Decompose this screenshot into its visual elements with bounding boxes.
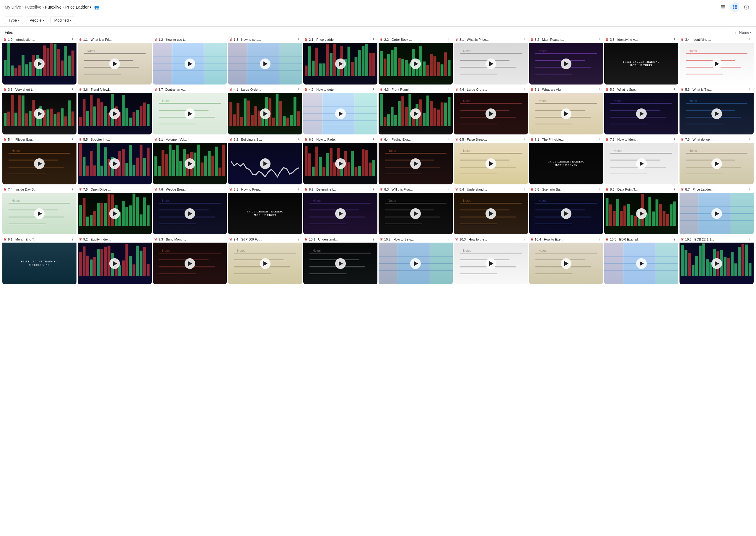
play-button[interactable] (636, 109, 647, 119)
more-options-button[interactable]: ⋮ (672, 87, 677, 92)
play-button[interactable] (410, 109, 421, 119)
more-options-button[interactable]: ⋮ (747, 87, 752, 92)
file-item[interactable]: ♛ 7.3 - What do we ... ⋮ Notes (679, 136, 754, 184)
file-item[interactable]: ♛ 10.5 - EDR Exampl... ⋮ (604, 236, 678, 284)
play-button[interactable] (260, 109, 270, 119)
file-item[interactable]: ♛ 1.1 - What is a Pri... ⋮ Notes (78, 36, 152, 84)
play-button[interactable] (711, 258, 722, 269)
dropdown-icon[interactable]: ▾ (90, 5, 91, 9)
play-button[interactable] (410, 158, 421, 169)
more-options-button[interactable]: ⋮ (70, 187, 75, 192)
more-options-button[interactable]: ⋮ (597, 187, 602, 192)
file-item[interactable]: ♛ 5.3 - What is 'flip... ⋮ Notes (679, 86, 754, 134)
more-options-button[interactable]: ⋮ (597, 37, 602, 42)
more-options-button[interactable]: ⋮ (672, 137, 677, 142)
more-options-button[interactable]: ⋮ (521, 137, 527, 142)
play-button[interactable] (109, 258, 120, 269)
file-item[interactable]: ♛ 8.7 - Price Ladder... ⋮ (679, 185, 754, 234)
more-options-button[interactable]: ⋮ (296, 237, 301, 242)
play-button[interactable] (561, 208, 571, 219)
play-button[interactable] (109, 158, 120, 169)
file-item[interactable]: ♛ 4.1 - Large Order... ⋮ (228, 86, 302, 134)
more-options-button[interactable]: ⋮ (371, 37, 376, 42)
play-button[interactable] (185, 109, 195, 119)
more-options-button[interactable]: ⋮ (145, 37, 151, 42)
modified-filter[interactable]: Modified ▾ (50, 17, 75, 24)
file-item[interactable]: ♛ 6.3 - How to Fade... ⋮ (303, 136, 377, 184)
more-options-button[interactable]: ⋮ (521, 187, 527, 192)
play-button[interactable] (486, 58, 496, 69)
file-item[interactable]: ♛ 8.3 - Will this Figu... ⋮ Notes (379, 185, 453, 234)
file-item[interactable]: ♛ 9.1 - Month-End T... ⋮ PRICE LADDER TR… (2, 236, 77, 284)
play-button[interactable] (109, 58, 120, 69)
more-options-button[interactable]: ⋮ (70, 137, 75, 142)
file-item[interactable]: ♛ 7.1 - The Principle... ⋮ PRICE LADDER … (529, 136, 603, 184)
play-button[interactable] (561, 58, 571, 69)
file-item[interactable]: ♛ 8.1 - How to Prep... ⋮ PRICE LADDER TR… (228, 185, 302, 234)
file-item[interactable]: ♛ 6.2 - Building a Si... ⋮ (228, 136, 302, 184)
file-item[interactable]: ♛ 4.3 - Front Runni... ⋮ (379, 86, 453, 134)
file-item[interactable]: ♛ 7.4 - Inside Day B... ⋮ Notes (2, 185, 77, 234)
file-item[interactable]: ♛ 10.6 - ECB 22-1-1... ⋮ (679, 236, 754, 284)
file-item[interactable]: ♛ 9.2 - Equity Index... ⋮ (78, 236, 152, 284)
file-item[interactable]: ♛ 7.2 - How to Ident... ⋮ Notes (604, 136, 678, 184)
grid-view-button[interactable] (730, 2, 740, 12)
play-button[interactable] (335, 109, 346, 119)
people-filter[interactable]: People ▾ (26, 17, 48, 24)
play-button[interactable] (260, 258, 270, 269)
file-item[interactable]: ♛ 6.4 - Fading Exa... ⋮ Notes (379, 136, 453, 184)
file-item[interactable]: ♛ 10.2 - How to Setu... ⋮ (379, 236, 453, 284)
file-item[interactable]: ♛ 1.3 - How to setu... ⋮ (228, 36, 302, 84)
file-item[interactable]: ♛ 3.4 - Identifying ... ⋮ Notes (679, 36, 754, 84)
file-item[interactable]: ♛ 6.5 - False Break... ⋮ Notes (454, 136, 528, 184)
play-button[interactable] (335, 258, 346, 269)
more-options-button[interactable]: ⋮ (70, 237, 75, 242)
more-options-button[interactable]: ⋮ (220, 87, 226, 92)
play-button[interactable] (486, 208, 496, 219)
more-options-button[interactable]: ⋮ (220, 237, 226, 242)
play-button[interactable] (109, 208, 120, 219)
play-button[interactable] (486, 158, 496, 169)
sort-up-icon[interactable]: ↑ (735, 30, 737, 35)
play-button[interactable] (711, 58, 722, 69)
more-options-button[interactable]: ⋮ (296, 37, 301, 42)
play-button[interactable] (486, 109, 496, 119)
file-item[interactable]: ♛ 5.1 - What are Alg... ⋮ Notes (529, 86, 603, 134)
file-item[interactable]: ♛ 10.1 - Understand... ⋮ Notes (303, 236, 377, 284)
file-item[interactable]: ♛ 10.3 - How to pre... ⋮ Notes (454, 236, 528, 284)
play-button[interactable] (260, 158, 270, 169)
file-item[interactable]: ♛ 1.0 - Introduction... ⋮ (2, 36, 77, 84)
play-button[interactable] (185, 58, 195, 69)
more-options-button[interactable]: ⋮ (747, 187, 752, 192)
more-options-button[interactable]: ⋮ (446, 187, 452, 192)
play-button[interactable] (636, 258, 647, 269)
file-item[interactable]: ♛ 5.2 - What is Spo... ⋮ Notes (604, 86, 678, 134)
info-button[interactable]: i (742, 2, 751, 12)
play-button[interactable] (34, 58, 45, 69)
file-item[interactable]: ♛ 8.2 - Determine t... ⋮ Notes (303, 185, 377, 234)
more-options-button[interactable]: ⋮ (220, 187, 226, 192)
file-item[interactable]: ♛ 3.2 - Main Reason... ⋮ Notes (529, 36, 603, 84)
play-button[interactable] (34, 208, 45, 219)
file-item[interactable]: ♛ 3.5 - Very short t... ⋮ (2, 86, 77, 134)
play-button[interactable] (561, 109, 571, 119)
play-button[interactable] (335, 158, 346, 169)
play-button[interactable] (335, 208, 346, 219)
more-options-button[interactable]: ⋮ (145, 187, 151, 192)
play-button[interactable] (636, 208, 647, 219)
file-item[interactable]: ♛ 9.4 - S&P 500 Fut... ⋮ Notes (228, 236, 302, 284)
file-item[interactable]: ♛ 9.3 - Bund Month... ⋮ Notes (153, 236, 227, 284)
more-options-button[interactable]: ⋮ (747, 237, 752, 242)
play-button[interactable] (711, 109, 722, 119)
more-options-button[interactable]: ⋮ (446, 87, 452, 92)
more-options-button[interactable]: ⋮ (70, 87, 75, 92)
people-share-icon[interactable]: 👥 (94, 5, 99, 10)
type-filter[interactable]: Type ▾ (5, 17, 23, 24)
more-options-button[interactable]: ⋮ (371, 137, 376, 142)
play-button[interactable] (636, 158, 647, 169)
more-options-button[interactable]: ⋮ (672, 37, 677, 42)
play-button[interactable] (185, 158, 195, 169)
more-options-button[interactable]: ⋮ (145, 237, 151, 242)
play-button[interactable] (711, 158, 722, 169)
more-options-button[interactable]: ⋮ (672, 187, 677, 192)
